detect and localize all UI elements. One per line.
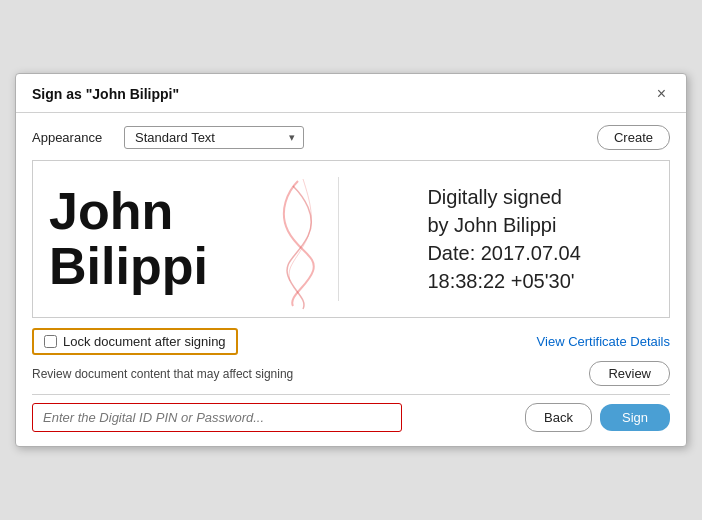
- back-button[interactable]: Back: [525, 403, 592, 432]
- chevron-down-icon: ▾: [289, 131, 295, 144]
- lock-checkbox[interactable]: [44, 335, 57, 348]
- sign-button[interactable]: Sign: [600, 404, 670, 431]
- signature-name-area: John Bilippi: [33, 161, 338, 317]
- signature-info-text: Digitally signedby John BilippiDate: 201…: [427, 183, 580, 295]
- bottom-buttons: Back Sign: [525, 403, 670, 432]
- sign-dialog: Sign as "John Bilippi" × Appearance Stan…: [15, 73, 687, 447]
- signature-flourish-icon: [268, 171, 328, 311]
- separator: [32, 394, 670, 395]
- review-button[interactable]: Review: [589, 361, 670, 386]
- pin-row: Back Sign: [32, 403, 670, 432]
- signature-name: John Bilippi: [49, 184, 208, 293]
- view-certificate-link[interactable]: View Certificate Details: [537, 334, 670, 349]
- appearance-select-value: Standard Text: [135, 130, 215, 145]
- appearance-row: Appearance Standard Text ▾ Create: [32, 125, 670, 150]
- dialog-body: Appearance Standard Text ▾ Create John B…: [16, 113, 686, 446]
- sig-name-line2: Bilippi: [49, 237, 208, 295]
- appearance-dropdown[interactable]: Standard Text ▾: [124, 126, 304, 149]
- lock-label: Lock document after signing: [63, 334, 226, 349]
- signature-info-area: Digitally signedby John BilippiDate: 201…: [339, 161, 669, 317]
- review-row: Review document content that may affect …: [32, 361, 670, 386]
- dialog-header: Sign as "John Bilippi" ×: [16, 74, 686, 113]
- close-button[interactable]: ×: [653, 84, 670, 104]
- pin-input[interactable]: [32, 403, 402, 432]
- lock-label-area: Lock document after signing: [32, 328, 238, 355]
- dialog-title: Sign as "John Bilippi": [32, 86, 179, 102]
- appearance-label: Appearance: [32, 130, 112, 145]
- sig-name-line1: John: [49, 182, 173, 240]
- appearance-left: Appearance Standard Text ▾: [32, 126, 304, 149]
- review-description: Review document content that may affect …: [32, 367, 293, 381]
- create-button[interactable]: Create: [597, 125, 670, 150]
- signature-preview: John Bilippi Digitally signedby John Bil…: [32, 160, 670, 318]
- lock-row: Lock document after signing View Certifi…: [32, 328, 670, 355]
